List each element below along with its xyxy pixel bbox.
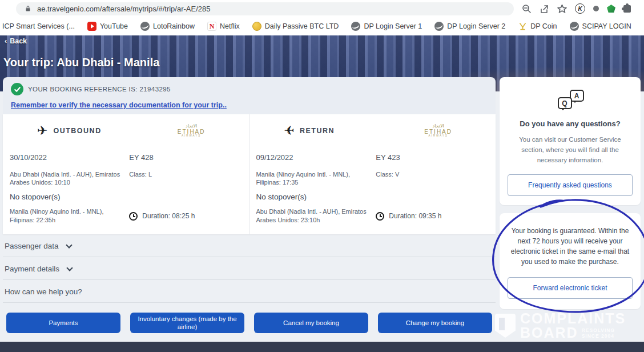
questions-body: You can visit our Customer Service secti…	[508, 135, 633, 165]
booking-reference-text: YOUR BOOKING REFERENCE IS: 21943295	[28, 86, 171, 93]
bookmark-star-icon[interactable]	[557, 4, 567, 14]
plane-outbound-icon: ✈	[37, 123, 47, 138]
flights-panel: ✈ OUTBOUND الاتحاد ETIHAD AIRWAYS 30/10/…	[3, 114, 496, 234]
chevron-down-icon	[66, 242, 72, 248]
change-booking-button[interactable]: Change my booking	[378, 313, 492, 333]
bookmark-icp[interactable]: ICP Smart Services (...	[2, 22, 75, 30]
outbound-label: OUTBOUND	[53, 127, 101, 135]
outbound-flight-number: EY 428	[127, 151, 242, 167]
page-title: Your trip: Abu Dhabi - Manila	[3, 56, 159, 69]
back-button[interactable]: ‹ Back	[5, 37, 27, 45]
youtube-icon	[87, 22, 96, 31]
return-flight-number: EY 423	[373, 151, 489, 167]
url-text[interactable]: ae.travelgenio.com/aftersale/mytrips/#/t…	[37, 5, 210, 13]
bookmark-dp-coin[interactable]: DP Coin	[518, 22, 557, 31]
questions-card: A Q Do you have any questions? You can v…	[500, 77, 641, 205]
globe-icon	[570, 22, 579, 31]
outbound-stopover: No stopover(s)	[7, 190, 127, 205]
lock-icon	[23, 4, 33, 14]
outbound-origin: Abu Dhabi (Nadia Intl. - AUH), Emiratos …	[7, 169, 127, 189]
back-chevron-icon: ‹	[5, 37, 7, 45]
qa-bubbles-icon: A Q	[557, 90, 584, 114]
return-duration: Duration: 09:35 h	[373, 206, 489, 226]
complaintsboard-watermark: COMPLAINTS BOARD RESOLVINGSINCE 2004	[495, 311, 644, 340]
bookmark-daily-passive[interactable]: Daily Passive BTC LTD	[252, 22, 339, 31]
clock-icon	[129, 212, 138, 221]
outbound-flight-card: ✈ OUTBOUND الاتحاد ETIHAD AIRWAYS 30/10/…	[3, 114, 249, 234]
guarantee-card: Your booking is guaranteed. Within the n…	[500, 213, 641, 309]
outbound-duration: Duration: 08:25 h	[127, 206, 242, 226]
bookmark-scipay[interactable]: SCIPAY LOGIN	[570, 22, 631, 31]
outbound-date: 30/10/2022	[7, 151, 127, 167]
return-label: RETURN	[300, 127, 335, 135]
payments-button[interactable]: Payments	[6, 313, 120, 333]
bookmark-dp-server2[interactable]: DP Login Server 2	[434, 22, 505, 31]
return-class: Class: V	[373, 169, 489, 189]
browser-toolbar: ae.travelgenio.com/aftersale/mytrips/#/t…	[0, 0, 644, 17]
return-flight-card: ✈ RETURN الاتحاد ETIHAD AIRWAYS 09/12/20…	[249, 114, 496, 234]
bookmarks-bar: ICP Smart Services (... YouTube LotoRain…	[0, 17, 644, 35]
globe-icon	[434, 22, 444, 31]
etihad-logo: الاتحاد ETIHAD AIRWAYS	[178, 124, 206, 138]
etihad-logo: الاتحاد ETIHAD AIRWAYS	[424, 124, 452, 138]
booking-reference-panel: YOUR BOOKING REFERENCE IS: 21943295 Reme…	[3, 77, 496, 114]
questions-title: Do you have any questions?	[508, 119, 633, 128]
globe-icon	[140, 22, 150, 31]
shield-icon	[495, 314, 516, 338]
accordion-help[interactable]: How can we help you?	[3, 280, 496, 303]
faq-button[interactable]: Frequently asked questions	[508, 174, 633, 196]
bookmark-netflix[interactable]: NNetflix	[207, 22, 240, 31]
bookmark-lotorainbow[interactable]: LotoRainbow	[140, 22, 195, 31]
guarantee-text: Your booking is guaranteed. Within the n…	[508, 226, 633, 267]
zoom-out-icon[interactable]	[522, 4, 532, 14]
share-icon[interactable]	[540, 4, 549, 14]
coin-icon	[252, 22, 261, 31]
accordion-payment-details[interactable]: Payment details	[3, 257, 496, 280]
extension-k-icon[interactable]: K	[575, 3, 585, 14]
cancel-booking-button[interactable]: Cancel my booking	[254, 313, 368, 333]
extension-gem-icon[interactable]	[607, 5, 615, 13]
chevron-down-icon	[66, 265, 73, 271]
address-bar[interactable]: ae.travelgenio.com/aftersale/mytrips/#/t…	[16, 2, 514, 15]
return-stopover: No stopover(s)	[254, 190, 374, 205]
involuntary-changes-button[interactable]: Involuntary changes (made by the airline…	[130, 313, 244, 333]
globe-icon	[351, 22, 360, 31]
documentation-link[interactable]: Remember to verify the necessary documen…	[11, 101, 227, 109]
outbound-class: Class: L	[127, 169, 242, 189]
outbound-destination: Manila (Ninoy Aquino Intl. - MNL), Filip…	[7, 206, 127, 226]
bookmark-dp-server1[interactable]: DP Login Server 1	[351, 22, 422, 31]
return-origin: Manila (Ninoy Aquino Intl. - MNL), Filip…	[254, 169, 374, 189]
accordion-passenger-data[interactable]: Passenger data	[3, 234, 496, 257]
bookmark-youtube[interactable]: YouTube	[87, 22, 128, 31]
footer-bar	[0, 342, 644, 352]
netflix-icon: N	[207, 22, 216, 31]
return-date: 09/12/2022	[254, 151, 374, 167]
forward-ticket-button[interactable]: Forward electronic ticket	[508, 277, 633, 299]
extension-donut-icon[interactable]	[593, 6, 599, 11]
check-icon	[11, 83, 23, 95]
trophy-icon	[518, 22, 527, 31]
extensions-puzzle-icon[interactable]	[623, 5, 631, 13]
return-destination: Abu Dhabi (Nadia Intl. - AUH), Emiratos …	[254, 206, 374, 226]
clock-icon	[376, 212, 384, 221]
plane-return-icon: ✈	[284, 123, 294, 138]
